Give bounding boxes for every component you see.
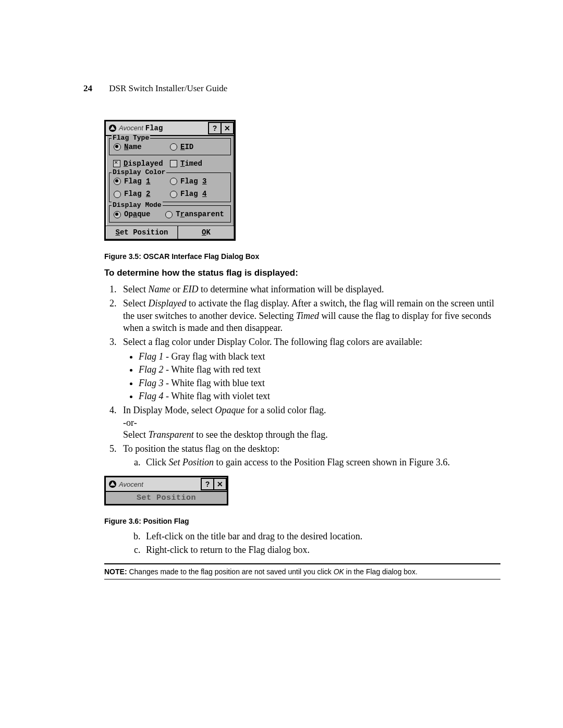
radio-name[interactable]: Name (114, 143, 170, 152)
radio-transparent-indicator (165, 211, 173, 218)
radio-flag2-indicator (114, 191, 121, 198)
check-timed[interactable]: Timed (170, 159, 227, 168)
step-5c: Right-click to return to the Flag dialog… (143, 544, 500, 556)
figure-3-6-caption: Figure 3.6: Position Flag (104, 517, 500, 525)
figure-3-5-caption: Figure 3.5: OSCAR Interface Flag Dialog … (104, 252, 500, 261)
step-5-continued: Left-click on the title bar and drag to … (104, 530, 500, 556)
radio-flag4[interactable]: Flag 4 (170, 190, 226, 199)
avocent-logo-icon (108, 479, 117, 489)
flag-color-bullets: Flag 1 - Gray flag with black text Flag … (139, 351, 500, 403)
flag-dialog: Avocent Flag ? ✕ Flag Type Name EID (104, 120, 236, 241)
running-title: DSR Switch Installer/User Guide (109, 83, 227, 93)
dialog-title-text: Flag (145, 124, 163, 133)
display-color-group: Display Color Flag 1 Flag 3 Flag 2 (109, 172, 231, 203)
radio-flag1[interactable]: Flag 1 (114, 177, 170, 186)
bullet-flag4: Flag 4 - White flag with violet text (139, 390, 500, 402)
bullet-flag2: Flag 2 - White flag with red text (139, 364, 500, 376)
radio-opaque-indicator (114, 211, 121, 218)
help-button[interactable]: ? (208, 122, 222, 134)
avocent-logo-icon (108, 124, 117, 133)
step-2: Select Displayed to activate the flag di… (119, 298, 500, 334)
step-5-sublist-cont: Left-click on the title bar and drag to … (133, 530, 500, 556)
radio-flag3[interactable]: Flag 3 (170, 177, 226, 186)
displayed-timed-row: Displayed Timed (109, 158, 231, 169)
section-heading: To determine how the status flag is disp… (104, 268, 500, 278)
ok-button[interactable]: OK (178, 226, 234, 239)
bullet-flag3: Flag 3 - White flag with blue text (139, 377, 500, 389)
radio-flag1-indicator (114, 178, 121, 185)
help-button[interactable]: ? (201, 478, 214, 490)
check-timed-box (170, 160, 177, 167)
note-block: NOTE: Changes made to the flag position … (104, 563, 500, 579)
display-color-legend: Display Color (112, 168, 166, 177)
note-label: NOTE: (104, 567, 127, 576)
running-header: 24 DSR Switch Installer/User Guide (83, 83, 500, 94)
instruction-list: Select Name or EID to determine what inf… (104, 283, 500, 468)
radio-flag2[interactable]: Flag 2 (114, 190, 170, 199)
position-dialog-body: Set Position (106, 492, 227, 504)
step-4: In Display Mode, select Opaque for a sol… (119, 404, 500, 441)
position-dialog-brand: Avocent (119, 480, 143, 488)
position-dialog-titlebar[interactable]: Avocent ? ✕ (106, 477, 227, 492)
radio-eid-indicator (170, 143, 177, 151)
step-5b: Left-click on the title bar and drag to … (143, 530, 500, 542)
check-displayed[interactable]: Displayed (113, 159, 170, 168)
dialog-brand: Avocent (119, 124, 143, 132)
page-number: 24 (83, 83, 92, 93)
radio-transparent[interactable]: Transparent (165, 210, 226, 219)
bullet-flag1: Flag 1 - Gray flag with black text (139, 351, 500, 363)
display-mode-legend: Display Mode (112, 201, 163, 209)
position-flag-dialog: Avocent ? ✕ Set Position (104, 476, 228, 505)
step-5: To position the status flag on the deskt… (119, 443, 500, 468)
check-displayed-box (113, 160, 120, 167)
radio-eid[interactable]: EID (170, 143, 226, 152)
set-position-button[interactable]: Set Position (106, 226, 178, 239)
flag-type-legend: Flag Type (112, 134, 150, 142)
radio-name-indicator (114, 143, 121, 151)
step-3: Select a flag color under Display Color.… (119, 336, 500, 402)
radio-opaque[interactable]: Opaque (114, 210, 165, 219)
close-button[interactable]: ✕ (221, 122, 234, 134)
flag-type-group: Flag Type Name EID (109, 138, 231, 155)
step-5-sublist: Click Set Position to gain access to the… (133, 456, 500, 468)
radio-flag4-indicator (170, 191, 177, 198)
step-1: Select Name or EID to determine what inf… (119, 283, 500, 295)
step-5a: Click Set Position to gain access to the… (143, 456, 500, 468)
close-button[interactable]: ✕ (213, 478, 227, 490)
display-mode-group: Display Mode Opaque Transparent (109, 205, 231, 223)
radio-flag3-indicator (170, 178, 177, 185)
